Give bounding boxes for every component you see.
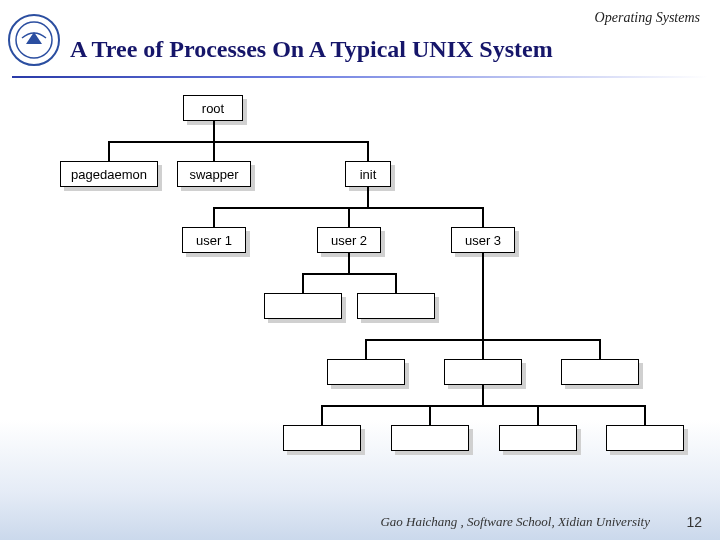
node-swapper: swapper	[177, 161, 251, 187]
node-u3c2c4	[606, 425, 684, 451]
node-u3c3	[561, 359, 639, 385]
slide-header: Operating Systems A Tree of Processes On…	[0, 6, 720, 78]
node-user2: user 2	[317, 227, 381, 253]
node-init: init	[345, 161, 391, 187]
slide-title: A Tree of Processes On A Typical UNIX Sy…	[70, 36, 700, 63]
slide: { "header": { "course": "Operating Syste…	[0, 0, 720, 540]
node-u2c2	[357, 293, 435, 319]
node-root: root	[183, 95, 243, 121]
header-rule	[12, 76, 708, 78]
course-name: Operating Systems	[595, 10, 700, 26]
node-u2c1	[264, 293, 342, 319]
node-pagedaemon: pagedaemon	[60, 161, 158, 187]
slide-footer: Gao Haichang , Software School, Xidian U…	[0, 510, 720, 530]
node-u3c2c1	[283, 425, 361, 451]
node-u3c2c2	[391, 425, 469, 451]
page-number: 12	[686, 514, 702, 530]
node-user3: user 3	[451, 227, 515, 253]
node-u3c2c3	[499, 425, 577, 451]
node-u3c2	[444, 359, 522, 385]
diagram-canvas: root pagedaemon swapper init user 1 user…	[0, 82, 720, 506]
node-user1: user 1	[182, 227, 246, 253]
university-logo	[8, 14, 60, 66]
footer-text: Gao Haichang , Software School, Xidian U…	[380, 514, 650, 530]
node-u3c1	[327, 359, 405, 385]
